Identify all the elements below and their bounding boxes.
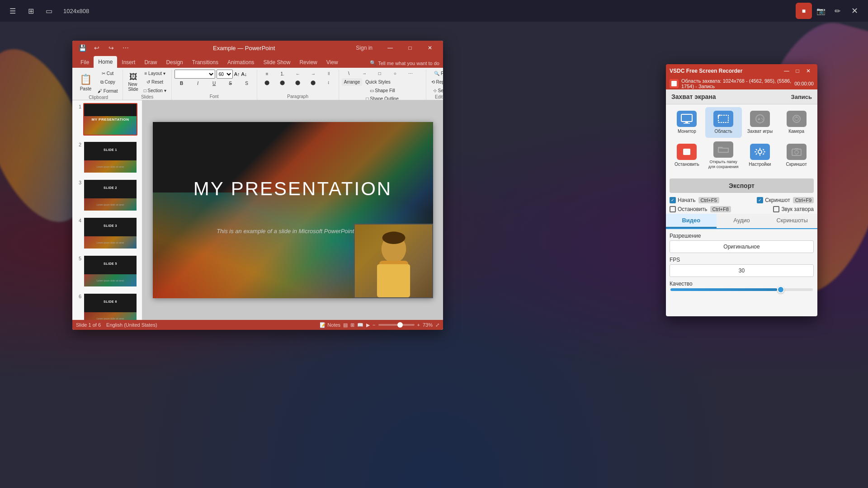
quick-styles-btn[interactable]: Quick Styles — [363, 78, 393, 86]
shadow-btn[interactable]: S — [240, 80, 254, 87]
ppt-sign-in[interactable]: Sign in — [356, 45, 373, 51]
shape-outline-btn[interactable]: □ Shape Outline — [342, 95, 423, 100]
indent-more-btn[interactable]: → — [306, 70, 321, 78]
fit-window-btn[interactable]: ⤢ — [435, 322, 439, 328]
underline-btn[interactable]: U — [207, 80, 222, 87]
zoom-in-btn[interactable]: + — [417, 322, 420, 328]
format-painter-btn[interactable]: 🖌 Format — [95, 87, 120, 95]
slide-img-3[interactable]: SLIDE 2 Lorem ipsum dolor sit amet — [83, 179, 137, 211]
slide-thumb-5[interactable]: 5 SLIDE 5 Lorem ipsum dolor sit amet — [72, 252, 142, 290]
capture-game-btn[interactable]: Захват игры — [742, 107, 778, 138]
align-left-btn[interactable]: ⬤ — [260, 79, 274, 86]
zoom-out-btn[interactable]: − — [373, 322, 375, 328]
ppt-redo-icon[interactable]: ↪ — [105, 42, 118, 54]
main-slide[interactable]: MY PRESENTATION This is an example of a … — [153, 122, 433, 298]
indent-less-btn[interactable]: ← — [291, 70, 305, 78]
align-right-btn[interactable]: ⬤ — [291, 79, 305, 86]
slide-img-4[interactable]: SLIDE 3 Lorem ipsum dolor sit amet — [83, 217, 137, 249]
capture-region-btn[interactable]: Область — [705, 107, 742, 138]
pen-taskbar-btn[interactable]: ✏ — [830, 4, 844, 18]
copy-btn[interactable]: ⧉ Copy — [95, 78, 120, 86]
tab-video[interactable]: Видео — [666, 214, 717, 228]
slide-thumb-3[interactable]: 3 SLIDE 2 Lorem ipsum dolor sit amet — [72, 176, 142, 214]
select-btn[interactable]: ⊹ Select — [429, 87, 443, 94]
shutter-checkbox[interactable] — [773, 206, 779, 212]
tab-file[interactable]: File — [76, 57, 94, 68]
screenshot-checkbox[interactable] — [757, 197, 763, 203]
slide-thumb-2[interactable]: 2 SLIDE 1 Lorem ipsum dolor sit amet — [72, 138, 142, 176]
grid-button[interactable]: ⊞ — [24, 4, 38, 18]
align-justify-btn[interactable]: ⬤ — [306, 79, 321, 86]
fps-value[interactable]: 30 — [670, 264, 814, 277]
slide-img-6[interactable]: SLIDE 6 Lorem ipsum dolor sit amet — [83, 293, 137, 320]
tab-audio[interactable]: Аудио — [717, 214, 767, 228]
cols-btn[interactable]: ⫴ — [321, 70, 336, 78]
vsdc-export-btn[interactable]: Экспорт — [670, 178, 814, 193]
vsdc-icon[interactable]: ■ — [796, 3, 812, 19]
line-tool[interactable]: \ — [342, 70, 356, 77]
reset-btn[interactable]: ↺ Reset — [142, 78, 169, 86]
font-size-select[interactable]: 60 — [217, 70, 233, 79]
ppt-maximize-btn[interactable]: □ — [401, 42, 420, 54]
tab-animations[interactable]: Animations — [223, 57, 259, 68]
shape-fill-btn[interactable]: ▭ Shape Fill — [342, 87, 423, 94]
taskbar-close-btn[interactable]: ✕ — [846, 3, 863, 19]
slide-sorter-btn[interactable]: ⊞ — [350, 322, 354, 328]
start-checkbox[interactable] — [670, 197, 676, 203]
slide-img-2[interactable]: SLIDE 1 Lorem ipsum dolor sit amet — [83, 141, 137, 174]
tab-design[interactable]: Design — [161, 57, 187, 68]
slide-thumb-6[interactable]: 6 SLIDE 6 Lorem ipsum dolor sit amet — [72, 290, 142, 320]
ppt-minimize-btn[interactable]: — — [381, 42, 400, 54]
oval-tool[interactable]: ○ — [388, 70, 402, 77]
tab-view[interactable]: View — [322, 57, 343, 68]
paste-btn[interactable]: 📋 Paste — [77, 72, 94, 93]
find-btn[interactable]: 🔍 Find — [429, 70, 443, 77]
vsdc-close-btn[interactable]: ✕ — [803, 66, 814, 76]
section-btn[interactable]: □ Section ▾ — [142, 87, 169, 94]
tab-transitions[interactable]: Transitions — [188, 57, 223, 68]
tab-insert[interactable]: Insert — [117, 57, 140, 68]
tab-home[interactable]: Home — [94, 56, 117, 68]
screenshot-btn[interactable]: Скриншот — [778, 138, 815, 173]
tab-draw[interactable]: Draw — [140, 57, 161, 68]
normal-view-btn[interactable]: ▤ — [343, 322, 348, 328]
resolution-value[interactable]: Оригинальное — [670, 240, 814, 253]
vsdc-minimize-btn[interactable]: — — [781, 66, 792, 76]
ppt-undo-icon[interactable]: ↩ — [90, 42, 103, 54]
reading-view-btn[interactable]: 📖 — [357, 322, 363, 328]
notes-btn[interactable]: 📝 Notes — [320, 322, 340, 328]
zoom-level[interactable]: 73% — [423, 322, 433, 328]
font-family-select[interactable] — [175, 70, 215, 79]
arrow-tool[interactable]: → — [357, 70, 372, 77]
rect-tool[interactable]: □ — [373, 70, 387, 77]
vsdc-maximize-btn[interactable]: □ — [792, 66, 803, 76]
slideshow-btn[interactable]: ▶ — [366, 322, 370, 328]
decrease-font-btn[interactable]: A↓ — [241, 71, 247, 77]
align-center-btn[interactable]: ⬤ — [275, 79, 290, 86]
ppt-more-icon[interactable]: ⋯ — [119, 42, 132, 54]
capture-monitor-btn[interactable]: Монитор — [669, 107, 705, 138]
tab-review[interactable]: Review — [295, 57, 321, 68]
layout-btn[interactable]: ≡ Layout ▾ — [142, 70, 169, 77]
bullets-btn[interactable]: ≡ — [260, 70, 274, 78]
italic-btn[interactable]: I — [191, 80, 205, 87]
cut-btn[interactable]: ✂ Cut — [95, 70, 120, 77]
stop-btn[interactable]: Остановить — [669, 138, 705, 173]
ppt-close-btn[interactable]: ✕ — [420, 42, 439, 54]
tell-me[interactable]: 🔍 Tell me what you want to do — [370, 60, 439, 68]
stop-checkbox[interactable] — [670, 206, 676, 212]
open-folder-btn[interactable]: Открыть папку для сохранения — [705, 138, 742, 173]
arrange-btn[interactable]: Arrange — [342, 78, 363, 86]
slide-thumb-1[interactable]: 1 MY PRESENTATION — [72, 100, 142, 138]
tab-screenshots[interactable]: Скриншоты — [767, 214, 817, 228]
increase-font-btn[interactable]: A↑ — [234, 71, 240, 77]
strikethrough-btn[interactable]: S — [223, 80, 238, 87]
slide-thumb-4[interactable]: 4 SLIDE 3 Lorem ipsum dolor sit amet — [72, 214, 142, 252]
monitor-button[interactable]: ▭ — [42, 4, 56, 18]
bold-btn[interactable]: B — [175, 80, 189, 87]
slide-img-5[interactable]: SLIDE 5 Lorem ipsum dolor sit amet — [83, 255, 137, 287]
quality-thumb[interactable] — [777, 286, 784, 293]
numbering-btn[interactable]: 1. — [275, 70, 290, 78]
tab-slideshow[interactable]: Slide Show — [259, 57, 295, 68]
settings-btn[interactable]: Настройки — [742, 138, 778, 173]
